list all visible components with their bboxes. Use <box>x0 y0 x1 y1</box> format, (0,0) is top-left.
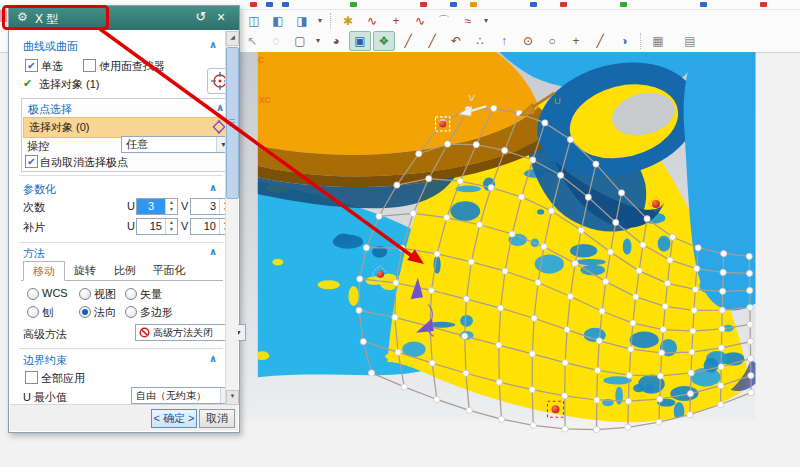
collapse-icon[interactable]: ∧ <box>209 39 217 50</box>
pole-select-object-label: 选择对象 (0) <box>29 121 90 133</box>
patch-u-value: 15 <box>137 219 165 234</box>
radio-view[interactable] <box>79 288 91 300</box>
advanced-method-value: 高级方法关闭 <box>153 327 213 338</box>
radio-wcs-label: WCS <box>42 287 68 299</box>
collapse-icon[interactable]: ∧ <box>209 246 217 257</box>
pole-group-header[interactable]: 极点选择 <box>28 102 72 117</box>
collapsed-icon <box>620 2 627 7</box>
grid-table-icon[interactable]: ▦ <box>647 31 669 51</box>
degree-label: 次数 <box>23 200 45 215</box>
reset-icon[interactable]: ↺ <box>193 9 209 26</box>
studio-spline-icon[interactable]: ∴ <box>469 31 491 51</box>
u-min-combo[interactable]: 自由（无约束） ▼ <box>131 387 235 404</box>
toolbar-separator <box>640 33 642 49</box>
u-min-value: 自由（无约束） <box>136 390 206 401</box>
toolbar-row-1: ◫◧◨▾✱∿+∿⌒≈▾ <box>242 11 492 31</box>
curve-peak-icon[interactable]: ⌒ <box>433 11 455 31</box>
curve-smooth-icon[interactable]: ≈ <box>457 11 479 31</box>
face-finder-checkbox[interactable]: ✔ <box>83 59 96 72</box>
collapsed-icon <box>470 2 477 7</box>
collapse-icon[interactable]: ∧ <box>209 353 217 364</box>
pole-select-object-row[interactable]: 选择对象 (0) <box>23 117 231 138</box>
mirror-body-icon[interactable]: ◫ <box>243 11 265 31</box>
section-boundary-header[interactable]: 边界约束 <box>23 353 67 368</box>
toolbar-separator <box>330 13 332 29</box>
close-icon[interactable]: × <box>213 9 229 26</box>
u-min-label: U 最小值 <box>23 390 67 405</box>
degree-v-value: 3 <box>191 199 219 214</box>
patch-v-value: 10 <box>191 219 219 234</box>
dialog-button-bar: < 确定 > 取消 <box>10 404 238 431</box>
line2-icon[interactable]: ╱ <box>421 31 443 51</box>
dropdown-icon[interactable]: ▾ <box>313 31 323 51</box>
manipulation-value: 任意 <box>126 138 148 150</box>
lasso-icon[interactable]: ◌ <box>265 31 287 51</box>
section-curve-header[interactable]: 曲线或曲面 <box>23 39 78 54</box>
gear-icon: ⚙ <box>17 10 28 24</box>
collapsed-icon <box>350 2 357 7</box>
extrude-icon[interactable]: ◧ <box>267 11 289 31</box>
shaded-sphere-icon[interactable]: ◕ <box>325 31 347 51</box>
curve-cross-icon[interactable]: + <box>385 11 407 31</box>
radio-wcs[interactable] <box>27 288 39 300</box>
dropdown-icon[interactable]: ▾ <box>315 11 325 31</box>
patch-label: 补片 <box>23 220 45 235</box>
circle-dot-icon[interactable]: ⊙ <box>517 31 539 51</box>
single-select-checkbox[interactable]: ✔ <box>25 59 38 72</box>
shaded-cube-icon[interactable]: ▣ <box>349 31 371 51</box>
revolve-icon[interactable]: ◨ <box>291 11 313 31</box>
line-icon[interactable]: ╱ <box>397 31 419 51</box>
patch-u-stepper[interactable]: 15 ▲▼ <box>136 218 178 235</box>
radio-vector-label: 矢量 <box>140 287 162 302</box>
tab-move[interactable]: 移动 <box>23 261 65 281</box>
section-method-header[interactable]: 方法 <box>23 246 45 261</box>
degree-u-stepper[interactable]: 3 ▲▼ <box>136 198 178 215</box>
manipulation-label: 操控 <box>27 139 49 154</box>
sheet-icon[interactable]: ▤ <box>679 31 701 51</box>
slash-icon[interactable]: ╱ <box>589 31 611 51</box>
dialog-title-bar[interactable]: ⚙ X 型 ↺ × <box>9 6 239 30</box>
dialog-scrollbar[interactable]: ◢ ▼ <box>225 31 238 405</box>
auto-deselect-checkbox[interactable]: ✔ <box>25 155 38 168</box>
collapse-icon[interactable]: ∧ <box>216 102 224 113</box>
collapsed-icon <box>250 2 257 7</box>
xform-dialog: ⚙ X 型 ↺ × 曲线或曲面 ∧ ✔ 单选 ✔ 使用面查找器 ✔ 选择对象 (… <box>8 5 240 433</box>
sphere2-icon[interactable]: ◑ <box>613 31 635 51</box>
circle-icon[interactable]: ○ <box>541 31 563 51</box>
dropdown-icon[interactable]: ▾ <box>481 11 491 31</box>
arc-icon[interactable]: ↶ <box>445 31 467 51</box>
radio-plane[interactable] <box>27 306 39 318</box>
radio-polygon[interactable] <box>125 306 137 318</box>
cancel-button[interactable]: 取消 <box>199 409 235 428</box>
key-icon[interactable]: ✱ <box>337 11 359 31</box>
manipulation-combo[interactable]: 任意 ▼ <box>121 136 231 153</box>
select-object-label: 选择对象 (1) <box>39 77 100 92</box>
section-param-header[interactable]: 参数化 <box>23 182 56 197</box>
u-label: U <box>127 200 135 212</box>
point-icon[interactable]: ↑ <box>493 31 515 51</box>
radio-vector[interactable] <box>125 288 137 300</box>
apply-all-checkbox[interactable]: ✔ <box>25 371 38 384</box>
tab-planarize[interactable]: 平面化 <box>145 261 193 279</box>
tab-rotate[interactable]: 旋转 <box>65 261 105 279</box>
collapse-icon[interactable]: ∧ <box>209 182 217 193</box>
face-finder-label: 使用面查找器 <box>99 59 165 74</box>
pan-icon[interactable]: ↖ <box>241 31 263 51</box>
ok-button[interactable]: < 确定 > <box>151 409 197 428</box>
tab-scale[interactable]: 比例 <box>107 261 143 279</box>
v-label: V <box>181 220 188 232</box>
scrollbar-thumb[interactable] <box>226 47 239 199</box>
scroll-collapse-icon[interactable]: ◢ <box>226 31 239 46</box>
plus-icon[interactable]: + <box>565 31 587 51</box>
radio-normal[interactable] <box>79 306 91 318</box>
scroll-down-icon[interactable]: ▼ <box>226 390 239 405</box>
curve-inflect-icon[interactable]: ∿ <box>409 11 431 31</box>
spinner-icons[interactable]: ▲▼ <box>165 199 177 214</box>
rect-select-icon[interactable]: ▢ <box>289 31 311 51</box>
spinner-icons[interactable]: ▲▼ <box>165 219 177 234</box>
collapsed-icon <box>282 2 289 7</box>
radio-polygon-label: 多边形 <box>140 305 173 320</box>
curve-comb-icon[interactable]: ∿ <box>361 11 383 31</box>
degree-u-value: 3 <box>137 199 165 214</box>
snap-point-icon[interactable]: ❖ <box>373 31 395 51</box>
